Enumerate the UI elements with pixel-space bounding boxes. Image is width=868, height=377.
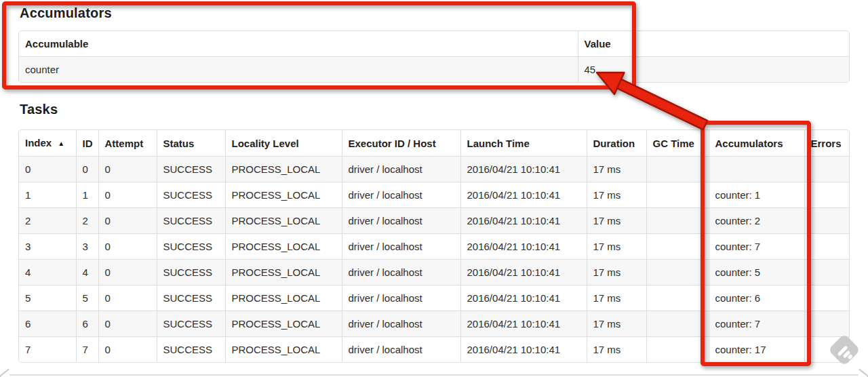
cell-duration: 17 ms <box>587 311 646 337</box>
corner-curl-right <box>859 369 868 377</box>
tasks-table-header-row: Index▲IDAttemptStatusLocality LevelExecu… <box>19 130 850 157</box>
cell-executor: driver / localhost <box>342 182 460 208</box>
cell-gc_time <box>646 311 709 337</box>
cell-id: 6 <box>76 311 98 337</box>
cell-id: 2 <box>76 208 98 234</box>
cell-gc_time <box>646 285 709 311</box>
column-header-id[interactable]: ID <box>76 130 98 157</box>
column-header-accumulators[interactable]: Accumulators <box>709 130 804 157</box>
cell-errors <box>804 157 850 182</box>
cell-launch_time: 2016/04/21 10:10:41 <box>460 311 587 337</box>
table-row: 770SUCCESSPROCESS_LOCALdriver / localhos… <box>19 337 850 363</box>
cell-accumulators: counter: 2 <box>709 208 804 234</box>
cell-errors <box>804 285 850 311</box>
cell-errors <box>804 234 850 260</box>
cell-accumulators: counter: 1 <box>709 182 804 208</box>
feedly-logo-icon <box>827 332 862 368</box>
cell-duration: 17 ms <box>587 337 646 363</box>
cell-status: SUCCESS <box>157 337 225 363</box>
cell-gc_time <box>646 260 709 285</box>
cell-errors <box>804 182 850 208</box>
table-row: 330SUCCESSPROCESS_LOCALdriver / localhos… <box>19 234 850 260</box>
cell-attempt: 0 <box>98 182 157 208</box>
cell-accumulators: counter: 5 <box>709 260 804 285</box>
cell-value: 45 <box>578 57 849 83</box>
column-header-launch-time[interactable]: Launch Time <box>460 130 587 157</box>
cell-status: SUCCESS <box>157 182 225 208</box>
cell-locality: PROCESS_LOCAL <box>225 157 342 182</box>
cell-launch_time: 2016/04/21 10:10:41 <box>460 285 587 311</box>
table-row: 550SUCCESSPROCESS_LOCALdriver / localhos… <box>19 285 850 311</box>
cell-gc_time <box>646 234 709 260</box>
cell-attempt: 0 <box>98 337 157 363</box>
cell-status: SUCCESS <box>157 311 225 337</box>
cell-index: 2 <box>19 208 76 234</box>
column-header-locality-level[interactable]: Locality Level <box>225 130 342 157</box>
column-header-accumulable[interactable]: Accumulable <box>19 31 578 57</box>
cell-errors <box>804 208 850 234</box>
table-row: 440SUCCESSPROCESS_LOCALdriver / localhos… <box>19 260 850 285</box>
cell-locality: PROCESS_LOCAL <box>225 260 342 285</box>
cell-id: 5 <box>76 285 98 311</box>
cell-accumulators: counter: 7 <box>709 234 804 260</box>
cell-gc_time <box>646 208 709 234</box>
tasks-table: Index▲IDAttemptStatusLocality LevelExecu… <box>18 130 850 363</box>
cell-locality: PROCESS_LOCAL <box>225 182 342 208</box>
cell-launch_time: 2016/04/21 10:10:41 <box>460 157 587 182</box>
cell-index: 6 <box>19 311 76 337</box>
cell-duration: 17 ms <box>587 260 646 285</box>
cell-launch_time: 2016/04/21 10:10:41 <box>460 260 587 285</box>
cell-accumulators: counter: 17 <box>709 337 804 363</box>
cell-index: 5 <box>19 285 76 311</box>
cell-locality: PROCESS_LOCAL <box>225 311 342 337</box>
cell-attempt: 0 <box>98 157 157 182</box>
cell-duration: 17 ms <box>587 157 646 182</box>
cell-executor: driver / localhost <box>342 234 460 260</box>
cell-index: 4 <box>19 260 76 285</box>
cell-accumulable: counter <box>19 57 578 83</box>
column-header-value[interactable]: Value <box>578 31 849 57</box>
table-row: 220SUCCESSPROCESS_LOCALdriver / localhos… <box>19 208 850 234</box>
table-row: 660SUCCESSPROCESS_LOCALdriver / localhos… <box>19 311 850 337</box>
cell-status: SUCCESS <box>157 285 225 311</box>
accumulators-table-header-row: AccumulableValue <box>19 31 849 57</box>
cell-locality: PROCESS_LOCAL <box>225 337 342 363</box>
corner-curl-left <box>0 369 9 377</box>
column-header-status[interactable]: Status <box>157 130 225 157</box>
cell-status: SUCCESS <box>157 157 225 182</box>
cell-attempt: 0 <box>98 260 157 285</box>
cell-duration: 17 ms <box>587 285 646 311</box>
spark-ui-stage-page: Accumulators AccumulableValue counter45 … <box>0 0 868 377</box>
cell-executor: driver / localhost <box>342 337 460 363</box>
cell-duration: 17 ms <box>587 234 646 260</box>
cell-locality: PROCESS_LOCAL <box>225 208 342 234</box>
column-header-attempt[interactable]: Attempt <box>98 130 157 157</box>
table-row: counter45 <box>19 57 849 83</box>
cell-errors <box>804 260 850 285</box>
cell-executor: driver / localhost <box>342 260 460 285</box>
cell-gc_time <box>646 157 709 182</box>
cell-attempt: 0 <box>98 311 157 337</box>
sort-ascending-icon: ▲ <box>58 140 64 147</box>
cell-index: 7 <box>19 337 76 363</box>
column-header-index[interactable]: Index▲ <box>19 130 76 157</box>
cell-launch_time: 2016/04/21 10:10:41 <box>460 208 587 234</box>
cell-id: 1 <box>76 182 98 208</box>
column-header-gc-time[interactable]: GC Time <box>646 130 709 157</box>
tasks-section-title: Tasks <box>20 102 58 117</box>
cell-duration: 17 ms <box>587 182 646 208</box>
cell-attempt: 0 <box>98 234 157 260</box>
cell-index: 1 <box>19 182 76 208</box>
cell-launch_time: 2016/04/21 10:10:41 <box>460 182 587 208</box>
cell-id: 0 <box>76 157 98 182</box>
column-header-errors[interactable]: Errors <box>804 130 850 157</box>
screenshot-frame-bottom-edge <box>9 374 859 376</box>
cell-id: 3 <box>76 234 98 260</box>
table-row: 110SUCCESSPROCESS_LOCALdriver / localhos… <box>19 182 850 208</box>
cell-executor: driver / localhost <box>342 208 460 234</box>
column-header-executor-id-host[interactable]: Executor ID / Host <box>342 130 460 157</box>
column-header-duration[interactable]: Duration <box>587 130 646 157</box>
cell-locality: PROCESS_LOCAL <box>225 234 342 260</box>
cell-status: SUCCESS <box>157 208 225 234</box>
cell-gc_time <box>646 337 709 363</box>
